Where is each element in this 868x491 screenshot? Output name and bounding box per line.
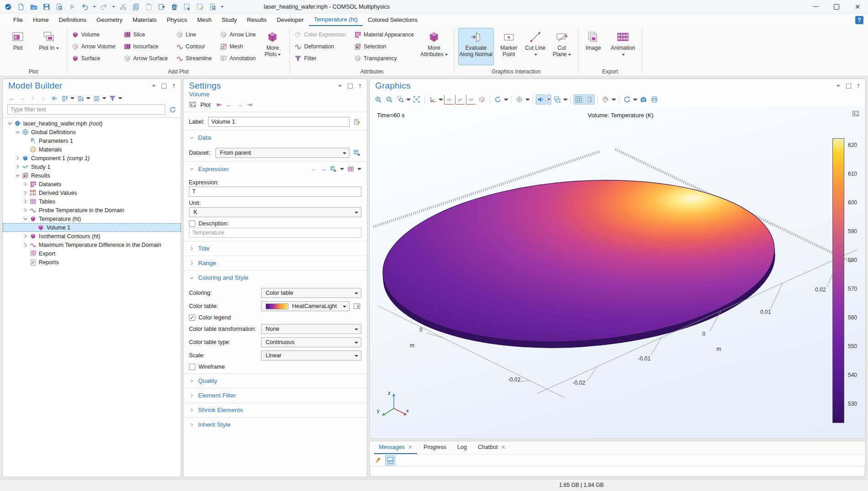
close-button[interactable]: ✕ [847, 0, 868, 14]
open-file-icon[interactable] [28, 2, 39, 12]
show-color-legend-icon[interactable] [585, 94, 595, 104]
tree-item-global-definitions[interactable]: Global Definitions [3, 128, 181, 136]
plot-button[interactable]: Plot [4, 28, 32, 65]
deformation-button[interactable]: Deformation [293, 41, 346, 52]
tab-results[interactable]: Results [242, 14, 272, 26]
tree-item-root[interactable]: laser_heating_wafer.mph(root) [3, 119, 181, 128]
collapse-levels-icon[interactable] [76, 94, 85, 103]
redo-menu-caret[interactable] [111, 2, 116, 12]
cut-plane-button[interactable]: Cut Plane [549, 28, 574, 65]
label-input[interactable] [208, 117, 350, 127]
tab-developer[interactable]: Developer [272, 14, 309, 26]
float-panel-icon[interactable] [845, 83, 852, 89]
unit-dropdown[interactable]: K [189, 207, 361, 217]
marker-point-button[interactable]: Marker Point [497, 28, 521, 65]
rename-icon[interactable] [352, 117, 361, 126]
filter-button[interactable]: Filter [293, 52, 346, 64]
tree-item-derived-values[interactable]: 8.85e-12 Derived Values [3, 188, 181, 197]
evaluate-along-normal-button[interactable]: Evaluate Along Normal [458, 28, 494, 65]
zoom-box-caret[interactable] [406, 99, 411, 100]
delete-icon[interactable] [169, 2, 180, 12]
help-icon[interactable]: ? [855, 16, 863, 24]
section-data[interactable]: Data [183, 130, 367, 145]
forward-icon[interactable]: → [18, 94, 27, 103]
section-element-filter[interactable]: Element Filter [183, 388, 367, 402]
export-animation-button[interactable]: Animation [607, 28, 638, 65]
plot-in-button[interactable]: Plot In [35, 28, 63, 65]
run-icon[interactable] [67, 2, 78, 12]
cut-line-button[interactable]: Cut Line [524, 28, 547, 65]
messages-content[interactable] [370, 466, 865, 476]
description-checkbox[interactable] [189, 220, 195, 227]
tree-item-component-1[interactable]: Component 1(comp 1) [3, 154, 181, 162]
chevron-down-icon[interactable] [22, 215, 29, 222]
save-icon[interactable] [41, 2, 52, 12]
wireframe-checkbox[interactable] [189, 364, 195, 370]
zoom-extents-icon[interactable] [412, 94, 422, 104]
chevron-right-icon[interactable] [22, 189, 29, 196]
add-arrow-volume-button[interactable]: Arrow Volume [71, 41, 116, 52]
node-text-caret[interactable] [102, 97, 106, 99]
add-surface-button[interactable]: Surface [71, 52, 116, 64]
move-up-icon[interactable]: ↑ [28, 94, 37, 103]
tree-item-export[interactable]: Export [3, 249, 181, 258]
window-layout-icon[interactable] [552, 94, 562, 104]
tree-item-parameters[interactable]: Pi Parameters 1 [3, 136, 181, 145]
show-grid-icon[interactable] [574, 94, 584, 104]
previous-plot-icon[interactable]: ← [226, 101, 232, 108]
window-layout-caret[interactable] [563, 99, 568, 100]
first-plot-icon[interactable]: ⇤ [216, 101, 222, 108]
selection-button[interactable]: Selection [353, 41, 415, 52]
tree-item-materials[interactable]: Materials [3, 145, 181, 154]
float-panel-icon[interactable] [161, 83, 167, 89]
zoom-out-icon[interactable] [384, 94, 394, 104]
find-icon[interactable] [207, 2, 218, 12]
coloring-dropdown[interactable]: Color table [261, 288, 361, 298]
environment-caret[interactable] [525, 99, 530, 100]
tab-definitions[interactable]: Definitions [54, 14, 92, 26]
tree-item-max-temperature-difference[interactable]: Maximum Temperature Difference in the Do… [3, 240, 181, 249]
tree-item-datasets[interactable]: Datasets [3, 180, 181, 188]
plot-window-icon[interactable] [189, 101, 196, 108]
color-theme-icon[interactable] [601, 94, 611, 104]
expression-input[interactable] [189, 187, 361, 197]
chevron-down-icon[interactable] [14, 129, 21, 136]
scene-sound-icon[interactable] [536, 94, 546, 104]
tree-item-study-1[interactable]: Study 1 [3, 162, 181, 171]
next-plot-icon[interactable]: → [236, 101, 243, 108]
tab-file[interactable]: File [8, 14, 28, 26]
scale-dropdown[interactable]: Linear [261, 350, 361, 360]
material-appearance-button[interactable]: Material Appearance [353, 29, 415, 41]
tree-item-reports[interactable]: Reports [3, 258, 181, 266]
move-down-icon[interactable]: ↓ [39, 94, 48, 103]
view-xz-icon[interactable]: xz [466, 94, 476, 104]
chevron-right-icon[interactable] [14, 163, 21, 170]
tree-filter-caret[interactable] [118, 97, 122, 99]
tab-colored-selections[interactable]: Colored Selections [363, 14, 423, 26]
show-icon[interactable] [49, 94, 58, 103]
float-panel-icon[interactable] [347, 83, 353, 89]
color-table-dropdown[interactable]: HeatCameraLight [261, 301, 350, 311]
scene-sound-caret[interactable] [547, 94, 551, 104]
back-icon[interactable]: ← [7, 94, 16, 103]
panel-menu-icon[interactable] [151, 83, 157, 89]
chevron-right-icon[interactable] [22, 207, 29, 214]
chevron-right-icon[interactable] [14, 155, 21, 162]
collapse-levels-caret[interactable] [86, 97, 90, 99]
add-slice-button[interactable]: Slice [123, 29, 169, 41]
pin-panel-icon[interactable] [855, 83, 862, 89]
last-plot-icon[interactable]: ⇥ [247, 101, 252, 108]
show-message-window-icon[interactable] [385, 455, 395, 465]
view-yz-icon[interactable]: yz [455, 94, 465, 104]
add-line-button[interactable]: Line [175, 29, 213, 41]
add-arrow-line-button[interactable]: Arrow Line [219, 29, 256, 41]
chevron-right-icon[interactable] [22, 181, 29, 188]
color-table-type-dropdown[interactable]: Continuous [261, 337, 361, 347]
chevron-down-icon[interactable] [6, 120, 13, 127]
minimize-button[interactable] [805, 0, 826, 14]
tab-log[interactable]: Log [453, 442, 471, 454]
update-plot-icon[interactable] [622, 94, 632, 104]
tree-item-tables[interactable]: Tables [3, 197, 181, 206]
customize-toolbar-caret[interactable] [220, 2, 225, 12]
select-box-icon[interactable] [182, 2, 193, 12]
